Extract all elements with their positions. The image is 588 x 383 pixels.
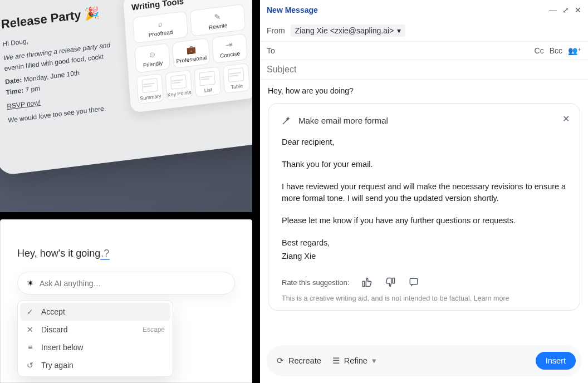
check-icon: ✓ bbox=[26, 307, 35, 316]
insert-below-item[interactable]: ≡Insert below bbox=[20, 338, 170, 356]
retry-icon: ↺ bbox=[26, 361, 35, 370]
ask-ai-input[interactable] bbox=[40, 279, 226, 288]
template-table[interactable]: Table bbox=[223, 63, 250, 94]
concise-button[interactable]: ⇥Concise bbox=[212, 33, 248, 64]
rewrite-button[interactable]: ✎Rewrite bbox=[190, 4, 246, 37]
ask-ai-input-box[interactable]: ✴︎ bbox=[17, 272, 235, 294]
left-document-panel: Aa ☱ ▦ 📎 ⇪ ⊙ ⌫ ✎ Release Party 🎉 Hi Doug… bbox=[0, 0, 252, 212]
filter-icon: ☰ bbox=[332, 356, 340, 365]
font-icon[interactable]: Aa bbox=[71, 0, 84, 2]
thumbs-down-icon[interactable] bbox=[385, 277, 396, 288]
compress-icon: ⇥ bbox=[214, 38, 244, 51]
compose-bottom-bar: ⟳Recreate ☰Refine ▾ Insert bbox=[267, 345, 581, 376]
chevron-down-icon: ▾ bbox=[397, 26, 401, 35]
cc-button[interactable]: Cc bbox=[535, 46, 544, 55]
discard-item[interactable]: ✕Discard Escape bbox=[20, 321, 170, 338]
magic-wand-icon bbox=[282, 116, 291, 125]
insert-button[interactable]: Insert bbox=[536, 352, 576, 370]
template-summary[interactable]: Summary bbox=[136, 73, 164, 105]
try-again-item[interactable]: ↺Try again bbox=[20, 356, 170, 374]
template-list[interactable]: List bbox=[194, 66, 221, 97]
contacts-icon[interactable]: 👥⁺ bbox=[568, 46, 581, 55]
recreate-button[interactable]: ⟳Recreate bbox=[277, 356, 321, 365]
party-emoji-icon: 🎉 bbox=[84, 6, 100, 22]
subject-row[interactable] bbox=[260, 60, 588, 79]
ask-ai-panel: Hey, how's it going.? ✴︎ ✓Accept ✕Discar… bbox=[0, 219, 252, 383]
rate-label: Rate this suggestion: bbox=[282, 278, 349, 287]
refine-button[interactable]: ☰Refine ▾ bbox=[332, 356, 376, 365]
rate-row: Rate this suggestion: bbox=[282, 277, 566, 288]
search-icon: ⌕ bbox=[135, 16, 184, 31]
wand-icon: ✎ bbox=[193, 9, 242, 24]
sparkle-icon: ✴︎ bbox=[27, 278, 34, 288]
template-keypoints[interactable]: Key Points bbox=[165, 70, 192, 101]
bcc-button[interactable]: Bcc bbox=[550, 46, 562, 55]
insert-below-icon: ≡ bbox=[26, 343, 35, 352]
x-icon: ✕ bbox=[26, 325, 35, 334]
suggestion-close-icon[interactable]: ✕ bbox=[562, 114, 570, 124]
sample-text: Hey, how's it going.? bbox=[17, 248, 235, 259]
to-label: To bbox=[267, 46, 275, 55]
compose-title: New Message bbox=[267, 6, 318, 14]
document-surface: Aa ☱ ▦ 📎 ⇪ ⊙ ⌫ ✎ Release Party 🎉 Hi Doug… bbox=[0, 0, 252, 176]
suggestion-title: Make email more formal bbox=[298, 116, 388, 125]
expand-icon[interactable]: ⤢ bbox=[562, 6, 569, 14]
from-label: From bbox=[267, 26, 285, 35]
suggestion-body: Dear recipient, Thank you for your email… bbox=[282, 136, 566, 262]
proofread-button[interactable]: ⌕Proofread bbox=[132, 11, 188, 44]
writing-tools-card: Writing Tools ⌕Proofread ✎Rewrite ☺Frien… bbox=[123, 0, 252, 113]
ai-action-menu: ✓Accept ✕Discard Escape ≡Insert below ↺T… bbox=[17, 300, 173, 377]
suggestion-disclaimer: This is a creative writing aid, and is n… bbox=[282, 294, 566, 302]
from-chip[interactable]: Ziang Xie <zxie@sapling.ai> ▾ bbox=[291, 24, 406, 37]
briefcase-icon: 💼 bbox=[175, 43, 207, 56]
friendly-button[interactable]: ☺Friendly bbox=[134, 43, 170, 73]
from-row: From Ziang Xie <zxie@sapling.ai> ▾ bbox=[260, 20, 588, 41]
body-text[interactable]: Hey, how are you doing? bbox=[268, 86, 580, 95]
chevron-down-icon: ▾ bbox=[372, 356, 376, 365]
compose-body[interactable]: Hey, how are you doing? Make email more … bbox=[260, 79, 588, 340]
thumbs-up-icon[interactable] bbox=[361, 277, 373, 288]
suggestion-card: Make email more formal ✕ Dear recipient,… bbox=[268, 103, 580, 311]
compose-header: New Message — ⤢ ✕ bbox=[260, 0, 588, 20]
smile-icon: ☺ bbox=[138, 48, 167, 60]
svg-rect-0 bbox=[410, 279, 418, 285]
refresh-icon: ⟳ bbox=[277, 356, 284, 365]
accept-item[interactable]: ✓Accept bbox=[20, 303, 170, 321]
discard-shortcut: Escape bbox=[143, 326, 165, 333]
compose-window: New Message — ⤢ ✕ From Ziang Xie <zxie@s… bbox=[260, 0, 588, 383]
suggestion-hint[interactable]: .? bbox=[100, 248, 110, 260]
close-icon[interactable]: ✕ bbox=[575, 6, 581, 14]
flag-icon[interactable] bbox=[408, 277, 419, 287]
to-row[interactable]: To Cc Bcc 👥⁺ bbox=[260, 41, 588, 60]
subject-input[interactable] bbox=[267, 65, 581, 75]
minimize-icon[interactable]: — bbox=[549, 6, 557, 14]
professional-button[interactable]: 💼Professional bbox=[172, 38, 210, 68]
